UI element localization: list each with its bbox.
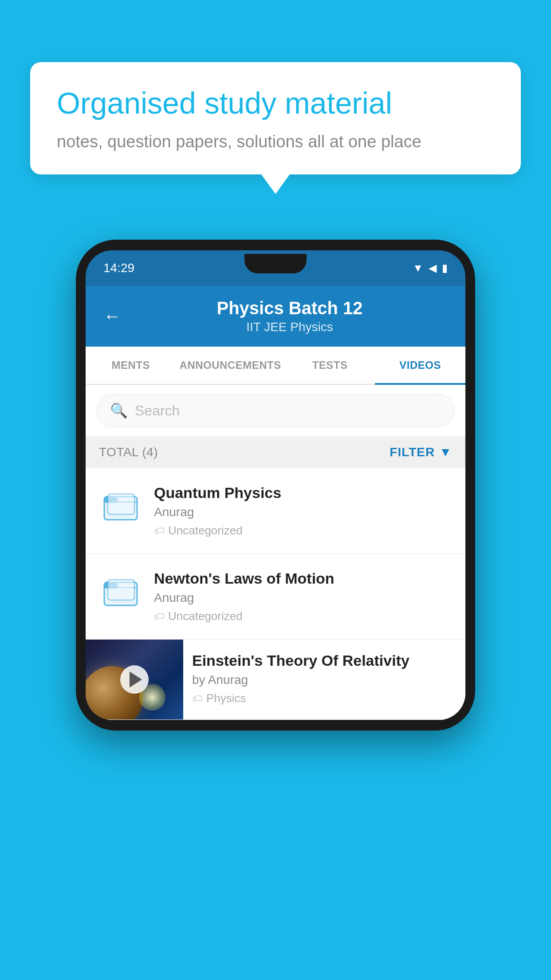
phone-wrapper: 14:29 ▼ ◀ ▮ ← Physics Batch 12 IIT JEE P… xyxy=(76,240,475,731)
play-button[interactable] xyxy=(120,665,149,694)
video-tag: 🏷 Physics xyxy=(192,692,457,705)
back-button[interactable]: ← xyxy=(103,306,121,326)
header-text: Physics Batch 12 IIT JEE Physics xyxy=(132,298,448,334)
filter-button[interactable]: FILTER ▼ xyxy=(390,445,452,459)
video-author: Anurag xyxy=(154,505,452,519)
folder-icon xyxy=(103,576,139,608)
battery-icon: ▮ xyxy=(442,262,448,274)
list-item[interactable]: Newton's Laws of Motion Anurag 🏷 Uncateg… xyxy=(86,554,465,640)
video-title: Einstein's Theory Of Relativity xyxy=(192,652,457,669)
status-bar: 14:29 ▼ ◀ ▮ xyxy=(86,250,465,286)
svg-rect-2 xyxy=(108,494,134,514)
video-info: Quantum Physics Anurag 🏷 Uncategorized xyxy=(154,484,452,537)
app-header: ← Physics Batch 12 IIT JEE Physics xyxy=(86,286,465,347)
tag-icon: 🏷 xyxy=(154,610,165,623)
filter-bar: TOTAL (4) FILTER ▼ xyxy=(86,436,465,468)
folder-icon-wrap xyxy=(99,484,143,529)
video-tag: 🏷 Uncategorized xyxy=(154,609,452,623)
phone-screen: ← Physics Batch 12 IIT JEE Physics MENTS… xyxy=(86,286,465,720)
tag-icon: 🏷 xyxy=(192,692,203,705)
speech-bubble-title: Organised study material xyxy=(57,85,494,122)
svg-rect-5 xyxy=(108,580,134,600)
video-author: Anurag xyxy=(154,591,452,605)
wifi-icon: ▼ xyxy=(413,262,423,274)
tab-videos[interactable]: VIDEOS xyxy=(375,347,465,384)
speech-bubble-subtitle: notes, question papers, solutions all at… xyxy=(57,132,494,151)
phone-outer: 14:29 ▼ ◀ ▮ ← Physics Batch 12 IIT JEE P… xyxy=(76,240,475,731)
header-subtitle: IIT JEE Physics xyxy=(132,320,448,334)
tab-ments[interactable]: MENTS xyxy=(86,347,176,384)
video-author: by Anurag xyxy=(192,673,457,687)
search-container: 🔍 Search xyxy=(86,385,465,436)
video-tag: 🏷 Uncategorized xyxy=(154,524,452,537)
tab-announcements[interactable]: ANNOUNCEMENTS xyxy=(176,347,285,384)
video-title: Quantum Physics xyxy=(154,484,452,502)
search-box[interactable]: 🔍 Search xyxy=(96,394,455,427)
tag-icon: 🏷 xyxy=(154,525,165,537)
search-icon: 🔍 xyxy=(110,402,128,419)
tab-tests[interactable]: TESTS xyxy=(285,347,375,384)
video-info: Newton's Laws of Motion Anurag 🏷 Uncateg… xyxy=(154,570,452,623)
folder-icon-wrap xyxy=(99,570,143,614)
status-time: 14:29 xyxy=(103,261,134,275)
signal-icon: ◀ xyxy=(429,262,437,274)
play-triangle-icon xyxy=(130,672,142,688)
speech-bubble: Organised study material notes, question… xyxy=(30,62,521,174)
list-item[interactable]: Quantum Physics Anurag 🏷 Uncategorized xyxy=(86,468,465,554)
video-title: Newton's Laws of Motion xyxy=(154,570,452,587)
video-list: Quantum Physics Anurag 🏷 Uncategorized xyxy=(86,468,465,720)
header-title: Physics Batch 12 xyxy=(132,298,448,318)
filter-funnel-icon: ▼ xyxy=(439,445,452,459)
video-info: Einstein's Theory Of Relativity by Anura… xyxy=(183,640,465,718)
video-thumbnail xyxy=(86,640,183,719)
status-icons: ▼ ◀ ▮ xyxy=(413,262,448,274)
folder-icon xyxy=(103,490,139,522)
total-label: TOTAL (4) xyxy=(99,445,158,459)
tabs-bar: MENTS ANNOUNCEMENTS TESTS VIDEOS xyxy=(86,347,465,385)
list-item[interactable]: Einstein's Theory Of Relativity by Anura… xyxy=(86,640,465,720)
search-input[interactable]: Search xyxy=(135,403,441,419)
